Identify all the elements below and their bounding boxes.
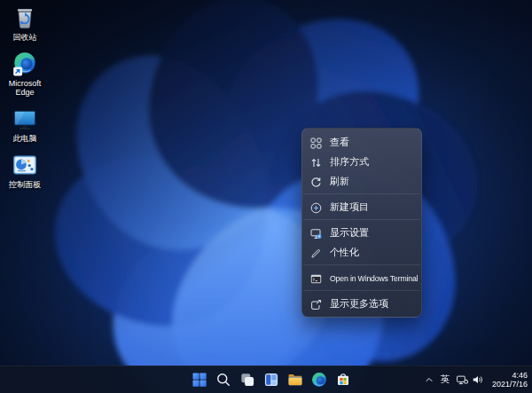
menu-item-label: 显示设置 xyxy=(330,226,369,240)
menu-separator xyxy=(303,264,420,265)
desktop-icon-this-pc[interactable]: 此电脑 xyxy=(2,105,48,143)
desktop-icon-label: 回收站 xyxy=(13,33,37,42)
sort-icon xyxy=(310,156,322,168)
personalize-icon xyxy=(310,247,322,258)
menu-item-label: 排序方式 xyxy=(330,155,369,169)
menu-item-label: 查看 xyxy=(330,136,349,149)
desktop-context-menu: 查看 排序方式 刷新 xyxy=(301,128,422,318)
view-icon xyxy=(310,137,322,148)
new-item-icon xyxy=(310,201,322,213)
clock-time: 4:46 xyxy=(487,371,528,381)
microsoft-store-icon xyxy=(334,371,352,389)
chevron-up-icon xyxy=(424,374,434,385)
volume-icon xyxy=(472,373,484,386)
menu-item-label: 个性化 xyxy=(330,246,359,259)
task-view-icon xyxy=(239,371,256,389)
desktop-icon-control-panel[interactable]: 控制面板 xyxy=(2,151,48,189)
desktop-icon-label: 控制面板 xyxy=(9,180,41,189)
microsoft-store-button[interactable] xyxy=(332,368,355,391)
edge-icon xyxy=(310,371,328,389)
windows-start-icon xyxy=(191,371,208,389)
menu-item-show-more-options[interactable]: 显示更多选项 xyxy=(302,294,421,313)
tray-chevron-button[interactable] xyxy=(423,369,435,390)
edge-button[interactable] xyxy=(308,368,331,391)
menu-separator xyxy=(303,290,420,291)
menu-separator xyxy=(303,193,420,194)
recycle-bin-icon xyxy=(12,5,37,30)
refresh-icon xyxy=(310,176,322,187)
desktop-icon-recycle-bin[interactable]: 回收站 xyxy=(2,4,48,42)
network-button[interactable] xyxy=(455,369,469,390)
desktop-icon-label: Microsoft Edge xyxy=(2,79,48,97)
file-explorer-button[interactable] xyxy=(284,368,307,391)
menu-item-display-settings[interactable]: 显示设置 xyxy=(302,223,421,242)
desktop-screen: 回收站 xyxy=(0,0,532,393)
menu-item-label: 新建项目 xyxy=(330,200,369,214)
menu-item-personalize[interactable]: 个性化 xyxy=(302,242,421,262)
terminal-icon xyxy=(310,272,322,284)
menu-item-refresh[interactable]: 刷新 xyxy=(302,171,421,191)
menu-separator xyxy=(303,219,420,220)
input-method-indicator[interactable]: 英 xyxy=(438,369,452,390)
search-button[interactable] xyxy=(212,368,235,391)
menu-item-label: Open in Windows Terminal xyxy=(330,273,418,283)
menu-item-view[interactable]: 查看 xyxy=(302,132,421,152)
taskbar-clock[interactable]: 4:46 2021/7/16 xyxy=(487,371,530,389)
edge-icon xyxy=(12,51,37,76)
menu-item-sort-by[interactable]: 排序方式 xyxy=(302,152,421,171)
clock-date: 2021/7/16 xyxy=(487,380,528,389)
desktop-icon-microsoft-edge[interactable]: Microsoft Edge xyxy=(2,50,48,97)
search-icon xyxy=(215,371,232,389)
file-explorer-icon xyxy=(286,371,304,389)
menu-item-label: 显示更多选项 xyxy=(330,297,388,310)
desktop-icon-label: 此电脑 xyxy=(13,134,37,143)
more-options-icon xyxy=(310,298,322,310)
taskbar-center-buttons xyxy=(188,366,355,393)
task-view-button[interactable] xyxy=(236,368,259,391)
this-pc-icon xyxy=(12,106,37,131)
display-settings-icon xyxy=(310,227,322,239)
network-icon xyxy=(456,373,469,387)
desktop-icon-list: 回收站 xyxy=(2,4,48,189)
volume-button[interactable] xyxy=(472,369,484,390)
start-button[interactable] xyxy=(188,368,211,391)
taskbar: 英 xyxy=(0,365,532,393)
menu-item-new[interactable]: 新建项目 xyxy=(302,197,421,216)
control-panel-icon xyxy=(12,153,37,177)
taskbar-tray: 英 xyxy=(423,366,530,393)
widgets-icon xyxy=(262,371,280,389)
wallpaper-bloom xyxy=(0,0,532,393)
widgets-button[interactable] xyxy=(260,368,283,391)
menu-item-label: 刷新 xyxy=(330,175,349,188)
menu-item-open-windows-terminal[interactable]: Open in Windows Terminal xyxy=(302,268,421,287)
